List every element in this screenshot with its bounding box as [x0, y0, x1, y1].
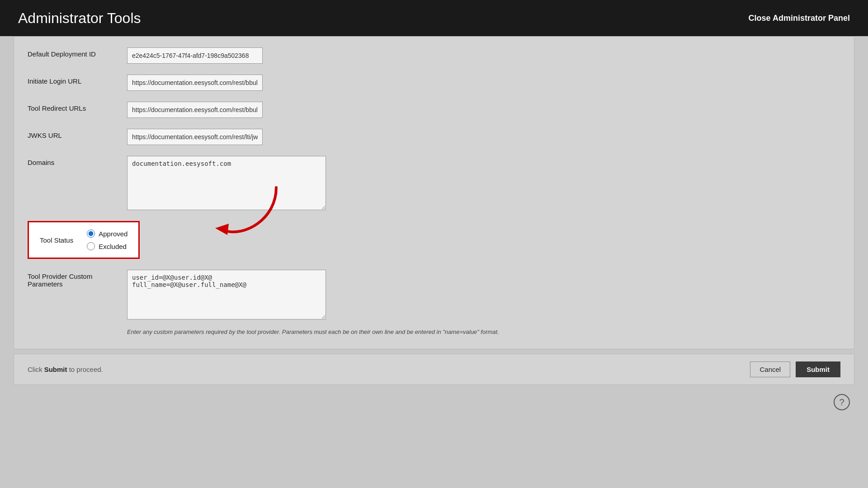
excluded-label: Excluded — [99, 243, 127, 250]
approved-radio-item[interactable]: Approved — [87, 230, 127, 238]
svg-marker-0 — [215, 224, 229, 235]
initiate-login-url-label: Initiate Login URL — [28, 75, 127, 85]
tool-status-row: Tool Status Approved Excluded — [28, 219, 840, 261]
help-icon: ? — [839, 397, 844, 408]
excluded-radio-item[interactable]: Excluded — [87, 242, 127, 250]
submit-button[interactable]: Submit — [796, 361, 840, 377]
custom-params-textarea[interactable]: user_id=@X@user.id@X@ full_name=@X@user.… — [127, 270, 326, 319]
deployment-id-row: Default Deployment ID — [28, 46, 840, 66]
tool-redirect-urls-label: Tool Redirect URLs — [28, 102, 127, 112]
deployment-id-input[interactable] — [127, 47, 263, 64]
jwks-url-input[interactable] — [127, 129, 263, 145]
page-title: Administrator Tools — [18, 10, 141, 27]
custom-params-row: Tool Provider CustomParameters user_id=@… — [28, 268, 840, 321]
domains-label: Domains — [28, 156, 127, 166]
jwks-url-row: JWKS URL — [28, 127, 840, 147]
deployment-id-label: Default Deployment ID — [28, 47, 127, 58]
footer-buttons: Cancel Submit — [750, 361, 840, 377]
close-admin-panel-button[interactable]: Close Administrator Panel — [749, 14, 850, 23]
excluded-radio[interactable] — [87, 242, 95, 250]
help-icon-container: ? — [0, 389, 868, 415]
initiate-login-url-row: Initiate Login URL — [28, 73, 840, 93]
tool-status-label: Tool Status — [40, 236, 73, 244]
footer-bar: Click Submit to proceed. Cancel Submit — [14, 354, 854, 385]
custom-params-hint: Enter any custom parameters required by … — [127, 328, 520, 335]
tool-redirect-urls-row: Tool Redirect URLs — [28, 100, 840, 120]
tool-status-box: Tool Status Approved Excluded — [28, 221, 140, 259]
form-panel: Default Deployment ID Initiate Login URL… — [14, 36, 854, 349]
submit-bold-text: Submit — [44, 366, 67, 373]
approved-radio[interactable] — [87, 230, 95, 238]
tool-status-radio-group: Approved Excluded — [87, 230, 127, 250]
header: Administrator Tools Close Administrator … — [0, 0, 868, 36]
initiate-login-url-input[interactable] — [127, 75, 263, 91]
custom-params-label: Tool Provider CustomParameters — [28, 270, 127, 288]
footer-instruction: Click Submit to proceed. — [28, 366, 103, 373]
domains-textarea[interactable]: documentation.eesysoft.com — [127, 156, 326, 210]
jwks-url-label: JWKS URL — [28, 129, 127, 139]
main-content: Default Deployment ID Initiate Login URL… — [0, 36, 868, 488]
approved-label: Approved — [99, 230, 127, 238]
domains-row: Domains documentation.eesysoft.com — [28, 154, 840, 212]
help-button[interactable]: ? — [834, 394, 850, 410]
cancel-button[interactable]: Cancel — [750, 361, 790, 377]
tool-redirect-urls-input[interactable] — [127, 102, 263, 118]
